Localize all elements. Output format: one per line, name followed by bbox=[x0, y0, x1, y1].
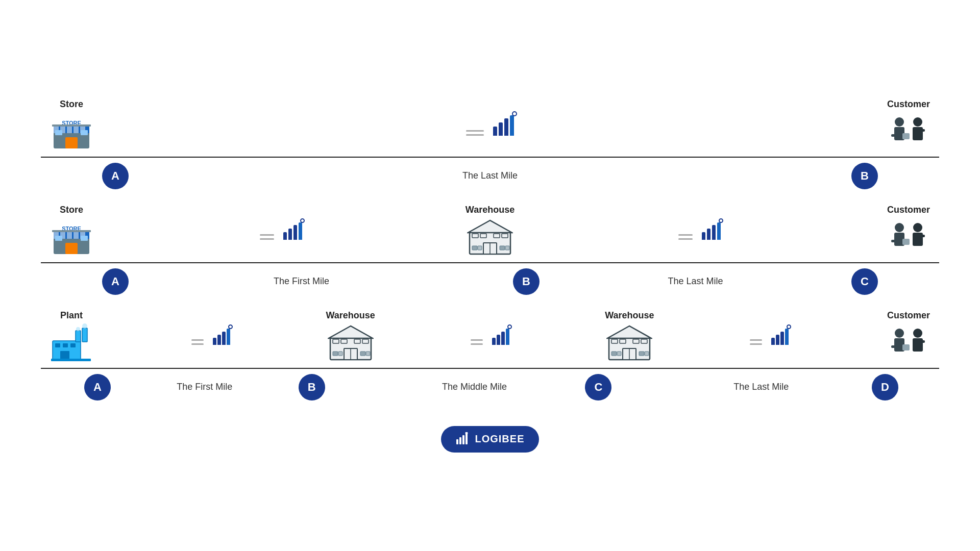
svg-rect-62 bbox=[51, 359, 91, 361]
node-plant-3: Plant bbox=[41, 310, 102, 364]
label-segment-1-1: A The Last Mile B bbox=[102, 163, 878, 189]
segment-text-2-2: The Last Mile bbox=[547, 276, 844, 287]
customer-icon-2 bbox=[888, 217, 929, 258]
row-2: Store STORE bbox=[41, 205, 939, 295]
customer-1-label: Customer bbox=[887, 99, 930, 110]
badge-B-2: B bbox=[513, 268, 540, 295]
svg-rect-61 bbox=[60, 351, 69, 360]
node-customer-1: Customer bbox=[878, 99, 939, 153]
row-1: Store bbox=[41, 99, 939, 189]
label-segment-3-1: A The First Mile B bbox=[84, 374, 325, 400]
segment-text-2-1: The First Mile bbox=[136, 276, 467, 287]
svg-marker-78 bbox=[607, 326, 651, 338]
badge-C-3: C bbox=[585, 374, 611, 400]
svg-rect-31 bbox=[52, 230, 91, 232]
svg-rect-48 bbox=[902, 239, 910, 245]
segment-text-3-1: The First Mile bbox=[118, 382, 291, 392]
svg-rect-54 bbox=[76, 331, 81, 342]
badge-D-3: D bbox=[872, 374, 898, 400]
svg-rect-24 bbox=[67, 232, 72, 239]
svg-rect-29 bbox=[81, 236, 88, 241]
svg-marker-34 bbox=[468, 220, 512, 233]
segment-text-1-1: The Last Mile bbox=[136, 170, 844, 181]
svg-point-45 bbox=[895, 223, 904, 232]
svg-point-56 bbox=[76, 327, 80, 331]
label-segment-2-2: B The Last Mile C bbox=[513, 268, 878, 295]
svg-rect-96 bbox=[456, 439, 458, 444]
svg-rect-87 bbox=[639, 352, 644, 356]
plant-3-label: Plant bbox=[60, 310, 83, 321]
customer-2-label: Customer bbox=[887, 205, 930, 215]
node-store-2: Store STORE bbox=[41, 205, 102, 258]
row-1-icons: Store bbox=[41, 99, 939, 157]
warehouse-3a-label: Warehouse bbox=[326, 310, 375, 321]
signal-icon-2-2 bbox=[678, 222, 721, 240]
warehouse-3b-label: Warehouse bbox=[605, 310, 654, 321]
svg-point-17 bbox=[913, 117, 922, 127]
logibee-icon bbox=[455, 432, 470, 446]
svg-point-13 bbox=[895, 117, 904, 127]
svg-rect-85 bbox=[611, 352, 617, 356]
signal-icon-3-1 bbox=[191, 329, 230, 345]
node-store-1: Store bbox=[41, 99, 102, 153]
warehouse-2-label: Warehouse bbox=[465, 205, 514, 215]
svg-rect-74 bbox=[360, 352, 365, 356]
logo-bar: LOGIBEE bbox=[41, 426, 939, 453]
signal-icon-3-2 bbox=[471, 329, 509, 345]
connector-1-1 bbox=[102, 115, 878, 136]
warehouse-icon-3a bbox=[328, 323, 374, 364]
connector-3-1 bbox=[102, 329, 320, 345]
svg-rect-43 bbox=[500, 246, 505, 250]
node-warehouse-3a: Warehouse bbox=[320, 310, 381, 364]
customer-icon-3 bbox=[888, 323, 929, 364]
badge-A-3: A bbox=[84, 374, 111, 400]
svg-rect-50 bbox=[913, 233, 923, 246]
svg-rect-73 bbox=[338, 352, 342, 356]
badge-C-2: C bbox=[851, 268, 878, 295]
svg-rect-97 bbox=[459, 437, 461, 444]
label-segment-2-1: A The First Mile bbox=[102, 268, 467, 295]
badge-B-1: B bbox=[851, 163, 878, 189]
svg-rect-47 bbox=[891, 240, 897, 242]
store-1-label: Store bbox=[60, 99, 83, 110]
svg-rect-25 bbox=[74, 232, 79, 239]
svg-rect-75 bbox=[366, 352, 370, 356]
connector-3-2 bbox=[381, 329, 599, 345]
svg-rect-41 bbox=[472, 246, 477, 250]
store-icon-2: STORE bbox=[51, 217, 92, 258]
svg-rect-55 bbox=[82, 328, 87, 342]
signal-icon-3-3 bbox=[750, 329, 789, 345]
svg-rect-15 bbox=[891, 134, 897, 137]
svg-rect-86 bbox=[617, 352, 621, 356]
customer-icon-1 bbox=[888, 112, 929, 153]
svg-rect-6 bbox=[74, 126, 79, 133]
svg-point-57 bbox=[82, 323, 87, 329]
segment-text-3-2: The Middle Mile bbox=[371, 382, 578, 392]
svg-rect-92 bbox=[902, 344, 910, 350]
segment-text-3-3: The Last Mile bbox=[657, 382, 865, 392]
svg-rect-28 bbox=[55, 236, 62, 241]
svg-point-89 bbox=[895, 329, 904, 338]
svg-rect-94 bbox=[913, 338, 923, 352]
svg-rect-44 bbox=[505, 246, 509, 250]
warehouse-icon-3b bbox=[606, 323, 652, 364]
svg-rect-19 bbox=[920, 129, 925, 132]
svg-rect-88 bbox=[645, 352, 649, 356]
svg-rect-60 bbox=[70, 343, 76, 347]
svg-rect-98 bbox=[462, 435, 464, 444]
node-warehouse-2: Warehouse bbox=[459, 205, 521, 258]
label-segment-3-3: The Last Mile D bbox=[657, 374, 898, 400]
signal-icon-2-1 bbox=[260, 222, 302, 240]
badge-B-3: B bbox=[299, 374, 325, 400]
svg-rect-58 bbox=[55, 343, 60, 347]
row-3: Plant bbox=[41, 310, 939, 400]
svg-rect-27 bbox=[65, 243, 78, 254]
connector-3-3 bbox=[660, 329, 878, 345]
badge-A-1: A bbox=[102, 163, 129, 189]
svg-rect-72 bbox=[333, 352, 338, 356]
warehouse-icon-2 bbox=[467, 217, 513, 258]
svg-rect-95 bbox=[920, 340, 925, 343]
node-customer-2: Customer bbox=[878, 205, 939, 258]
store-2-label: Store bbox=[60, 205, 83, 215]
store-icon-1: STORE bbox=[51, 112, 92, 153]
